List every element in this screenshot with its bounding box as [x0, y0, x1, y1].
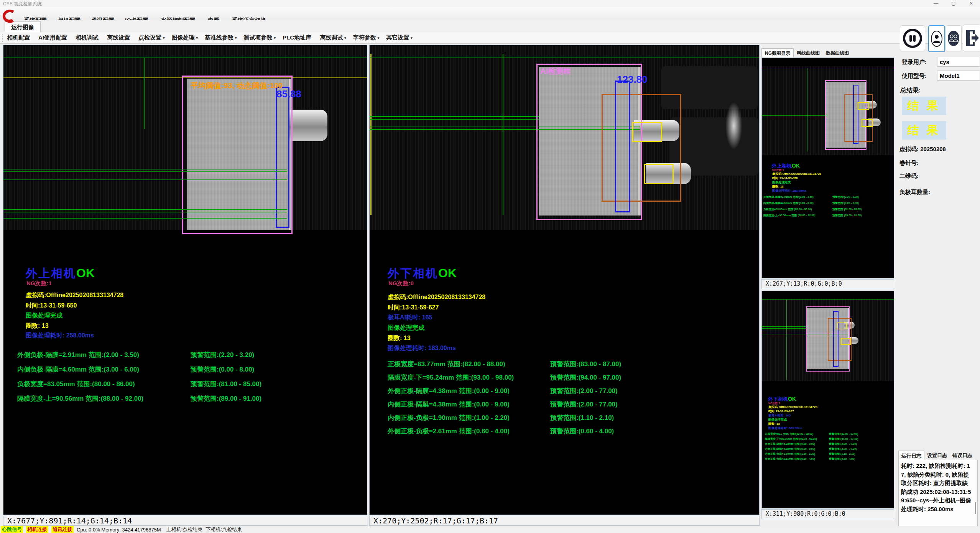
toolbar-item[interactable]: 基准线参数 ▾	[205, 34, 237, 41]
measurement-value: 隔膜宽度-下=95.24mm 范围:(93.00 - 98.00)	[388, 373, 514, 382]
reference-line-yellow	[370, 54, 372, 215]
current-user-button[interactable]	[928, 25, 945, 52]
toolbar-item[interactable]: 相机配置	[7, 34, 31, 41]
measurement-warning-range: 预警范围:(0.60 - 4.00)	[550, 427, 614, 436]
tab-detect-box	[632, 122, 662, 142]
toolbar-item[interactable]: 字符参数 ▾	[353, 34, 380, 41]
toolbar-item-label: 图像处理	[172, 34, 195, 41]
log-scrollbar[interactable]	[975, 502, 976, 514]
measurement-value: 内侧正极-负极=1.90mm 范围:(1.00 - 2.20)	[388, 413, 510, 422]
measurement-value: 隔膜宽度-上=90.56mm 范围:(88.00 - 92.00)	[763, 214, 816, 217]
tab-material-curve[interactable]: 料线曲线图	[794, 48, 823, 58]
minimize-icon[interactable]: —	[927, 0, 945, 7]
toolbar-item[interactable]: 图像处理 ▾	[172, 34, 198, 41]
toolbar-item-label: 点检设置	[138, 34, 161, 41]
pause-icon	[902, 28, 923, 49]
chevron-down-icon: ▾	[344, 36, 346, 40]
toolbar-item-label: AI使用配置	[38, 34, 67, 41]
toolbar-item-label: 测试项参数	[244, 34, 273, 41]
run-log-content[interactable]: 耗时: 222, 缺陷检测耗时: 17, 缺陷分类耗时: 0, 缺陷提取分区耗时…	[898, 460, 978, 531]
measurement-value: 外侧负极-隔膜=2.91mm 范围:(2.00 - 3.50)	[17, 350, 139, 359]
toolbar-item[interactable]: AI使用配置	[38, 34, 69, 41]
tab-data-curve[interactable]: 数据曲线图	[823, 48, 852, 58]
chevron-down-icon: ▾	[378, 36, 380, 40]
reference-line-green	[370, 58, 759, 58]
chevron-down-icon: ▾	[274, 36, 276, 40]
camera-status-title: 外上相机OK	[26, 266, 95, 281]
log-panel-tabs: 运行日志 设置日志 错误日志	[898, 451, 975, 460]
toolbar-item-label: 相机调试	[76, 34, 99, 41]
measurement-value: 内侧负极-隔膜=4.60mm 范围:(3.00 - 6.00)	[17, 365, 139, 374]
measurement-value: 外侧负极-隔膜=2.91mm 范围:(2.00 - 3.50)	[763, 195, 814, 199]
ng-thumbnail-lower[interactable]: 外下相机OK NG次数:0 虚拟码:Offline202502081331347…	[761, 291, 894, 508]
ai-time-text: 极耳AI耗时: 165	[388, 314, 432, 322]
toolbar-item[interactable]: 离线调试 ▾	[320, 34, 346, 41]
virtual-code-text: 虚拟码:Offline20250208133134728	[768, 405, 817, 409]
toolbar-item-label: PLC地址库	[283, 34, 311, 41]
measurement-warning-range: 预警范围:(81.00 - 85.00)	[191, 380, 261, 388]
close-icon[interactable]: ✕	[962, 0, 980, 7]
turn-count-text: 圈数: 13	[26, 322, 49, 330]
measurement-warning-range: 预警范围:(2.00 - 77.00)	[829, 442, 857, 446]
pause-button[interactable]	[900, 25, 925, 51]
tab-detect-box	[837, 322, 847, 329]
exit-door-icon	[965, 28, 979, 48]
measurement-value: 内侧正极-隔膜=4.38mm 范围:(0.00 - 9.00)	[765, 447, 815, 451]
result-box-lower: 结 果	[902, 121, 946, 140]
toolbar-item[interactable]: PLC地址库	[283, 34, 313, 41]
reference-line-green	[144, 58, 145, 129]
status-bar: 心跳信号 相机连接 通讯连接 Cpu: 0.0% Memory: 3424.41…	[0, 526, 980, 533]
tab-error-log[interactable]: 错误日志	[950, 451, 975, 460]
measurement-value: 外侧正极-负极=2.61mm 范围:(0.60 - 4.00)	[765, 457, 815, 461]
toolbar-item[interactable]: 相机调试	[76, 34, 100, 41]
measurement-value: 外侧正极-隔膜=4.38mm 范围:(0.00 - 9.00)	[388, 387, 510, 395]
left-camera-coordinate-bar: X:7677;Y:891;R:14;G:14;B:14	[3, 516, 367, 526]
cpu-memory-status: Cpu: 0.0% Memory: 3424.41796875M	[77, 527, 161, 533]
ok-badge: OK	[788, 396, 796, 402]
right-camera-view[interactable]: AI检测框 123.80 外下相机OK NG次数:0 虚拟码:Offline20…	[369, 45, 760, 515]
left-camera-view[interactable]: 平均阈值:93, 动态阈值:100 85.88 外上相机OK NG次数:1 虚拟…	[3, 45, 367, 515]
measurement-warning-range: 预警范围:(2.00 - 77.00)	[550, 400, 618, 409]
maximize-icon[interactable]: ▢	[945, 0, 962, 7]
toolbar-item[interactable]: 其它设置 ▾	[386, 34, 413, 41]
tab-settings-log[interactable]: 设置日志	[924, 451, 950, 460]
measure-line-green	[3, 169, 287, 169]
exit-button[interactable]	[963, 25, 980, 51]
virtual-code-row: 虚拟码: 20250208	[899, 146, 946, 153]
width-measure-box	[615, 81, 630, 212]
needle-number-label: 卷针号:	[899, 160, 919, 167]
reference-line-green	[503, 54, 503, 215]
ok-badge: OK	[76, 266, 95, 280]
measurement-warning-range: 预警范围:(81.00 - 85.00)	[832, 207, 862, 211]
run-log-text: 耗时: 222, 缺陷检测耗时: 17, 缺陷分类耗时: 0, 缺陷提取分区耗时…	[901, 462, 971, 512]
reference-line-green	[762, 68, 894, 68]
toolbar-item[interactable]: 测试项参数 ▾	[244, 34, 276, 41]
login-user-input[interactable]	[937, 57, 980, 67]
measurement-warning-range: 预警范围:(0.60 - 4.00)	[829, 457, 855, 461]
tab-detect-box	[644, 164, 674, 184]
toolbar-item-label: 基准线参数	[205, 34, 233, 41]
model-input[interactable]	[937, 71, 980, 81]
width-measure-box	[276, 87, 289, 228]
measurement-warning-range: 预警范围:(83.00 - 87.00)	[829, 432, 858, 436]
measurement-warning-range: 预警范围:(2.20 - 3.20)	[832, 195, 858, 199]
measurement-value: 隔膜宽度-上=90.56mm 范围:(88.00 - 92.00)	[17, 394, 143, 403]
chevron-down-icon: ▾	[235, 36, 237, 40]
tab-run-log[interactable]: 运行日志	[898, 451, 924, 460]
ok-badge: OK	[438, 266, 457, 280]
measure-line-green	[3, 179, 287, 180]
window-title: CYS-视觉检测系统	[3, 1, 42, 7]
toolbar-item[interactable]: 离线设置	[107, 34, 132, 41]
toolbar-item[interactable]: 点检设置 ▾	[138, 34, 165, 41]
elapsed-text: 图像处理耗时: 258.00ms	[772, 189, 806, 193]
turn-count-text: 圈数: 13	[768, 422, 780, 426]
tab-ng-screenshot[interactable]: NG截图显示	[761, 48, 794, 58]
camera-name: 外上相机	[26, 267, 76, 280]
camera-name: 外上相机	[772, 163, 792, 169]
measurement-warning-range: 预警范围:(83.00 - 87.00)	[550, 360, 621, 368]
toolbar-items: 相机配置 AI使用配置 相机调试 离线设置	[7, 34, 413, 41]
toolbar-grip-icon	[2, 35, 3, 42]
ng-thumbnail-upper[interactable]: 外上相机OK NG次数:1 虚拟码:Offline202502081331347…	[761, 58, 894, 278]
virtual-code-text: 虚拟码:Offline20250208133134728	[26, 291, 123, 299]
user-management-button[interactable]	[945, 25, 962, 51]
